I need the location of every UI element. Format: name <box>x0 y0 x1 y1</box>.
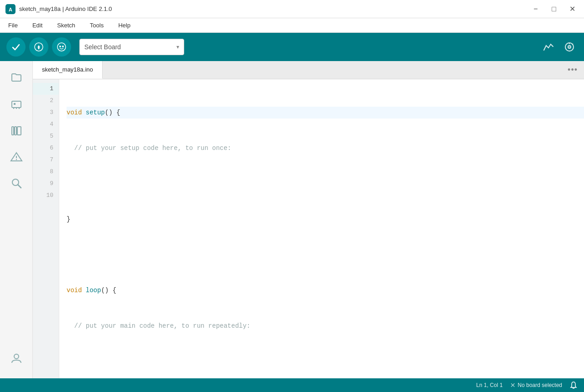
toolbar: Select Board ▾ <box>0 33 584 61</box>
sidebar-item-user[interactable] <box>5 346 28 370</box>
debugger-button[interactable] <box>52 37 71 57</box>
serial-plotter-button[interactable] <box>540 39 557 55</box>
plotter-icon <box>543 41 554 53</box>
main-area: sketch_may18a.ino ••• 1 2 3 4 5 6 7 8 9 … <box>0 61 584 378</box>
line-number-8: 8 <box>33 166 59 178</box>
svg-rect-13 <box>12 101 21 108</box>
menu-item-help[interactable]: Help <box>115 20 133 31</box>
toolbar-right <box>540 39 578 55</box>
svg-rect-18 <box>12 127 14 135</box>
svg-rect-17 <box>14 103 16 105</box>
title-bar: A sketch_may18a | Arduino IDE 2.1.0 − □ … <box>0 0 584 18</box>
code-content[interactable]: void setup() { // put your setup code he… <box>59 79 584 378</box>
code-line-2: // put your setup code here, to run once… <box>67 142 584 154</box>
line-number-7: 7 <box>33 154 59 166</box>
library-icon <box>10 124 23 137</box>
svg-line-25 <box>18 185 21 188</box>
code-line-7: // put your main code here, to run repea… <box>67 320 584 332</box>
board-selector-text: Select Board <box>84 43 176 51</box>
more-options-button[interactable]: ••• <box>561 65 584 75</box>
dropdown-arrow-icon: ▾ <box>176 44 179 50</box>
checkmark-icon <box>11 42 21 52</box>
sidebar-item-search[interactable] <box>5 171 28 195</box>
line-number-10: 10 <box>33 190 59 201</box>
sidebar-item-boards[interactable] <box>5 92 28 116</box>
folder-icon <box>10 71 23 84</box>
search-icon <box>10 177 23 190</box>
line-number-9: 9 <box>33 178 59 190</box>
close-button[interactable]: ✕ <box>566 3 579 15</box>
line-number-3: 3 <box>33 107 59 119</box>
menu-bar: FileEditSketchToolsHelp <box>0 18 584 33</box>
svg-marker-3 <box>37 45 40 47</box>
cursor-position: Ln 1, Col 1 <box>476 382 503 388</box>
sidebar-item-sketchbook[interactable] <box>5 66 28 89</box>
svg-text:A: A <box>9 7 12 12</box>
svg-point-7 <box>62 46 64 47</box>
sidebar <box>0 61 33 378</box>
tab-bar: sketch_may18a.ino ••• <box>33 61 584 79</box>
code-editor[interactable]: 1 2 3 4 5 6 7 8 9 10 void setup() { // p… <box>33 79 584 378</box>
line-numbers: 1 2 3 4 5 6 7 8 9 10 <box>33 79 59 378</box>
serial-monitor-button[interactable] <box>561 39 578 55</box>
debug-sidebar-icon <box>10 150 23 163</box>
x-icon: ✕ <box>510 382 516 389</box>
cursor-position-text: Ln 1, Col 1 <box>476 382 503 388</box>
svg-point-23 <box>16 159 16 160</box>
no-board-status: ✕ No board selected <box>510 382 562 389</box>
minimize-button[interactable]: − <box>529 3 542 15</box>
tab-label: sketch_may18a.ino <box>42 66 93 73</box>
code-line-1: void setup() { <box>67 107 584 119</box>
verify-button[interactable] <box>6 37 26 57</box>
arduino-logo-icon: A <box>5 4 16 14</box>
line-number-2: 2 <box>33 95 59 107</box>
line-number-1: 1 <box>33 83 59 95</box>
svg-point-10 <box>569 46 570 47</box>
bell-icon <box>569 381 578 389</box>
line-number-6: 6 <box>33 142 59 154</box>
monitor-icon <box>563 41 575 53</box>
status-bar: Ln 1, Col 1 ✕ No board selected <box>0 378 584 392</box>
notification-bell[interactable] <box>569 381 578 389</box>
code-line-5 <box>67 249 584 261</box>
code-line-4: } <box>67 213 584 225</box>
svg-point-6 <box>59 46 61 47</box>
board-icon <box>10 98 23 110</box>
line-number-4: 4 <box>33 119 59 130</box>
svg-rect-4 <box>38 47 40 49</box>
menu-item-edit[interactable]: Edit <box>30 20 45 31</box>
line-number-5: 5 <box>33 130 59 142</box>
svg-point-5 <box>57 43 66 51</box>
window-title: sketch_may18a | Arduino IDE 2.1.0 <box>19 5 112 12</box>
menu-item-file[interactable]: File <box>5 20 21 31</box>
upload-button[interactable] <box>29 37 48 57</box>
svg-rect-20 <box>17 127 21 135</box>
board-selector[interactable]: Select Board ▾ <box>79 39 184 55</box>
menu-item-tools[interactable]: Tools <box>87 20 106 31</box>
title-bar-left: A sketch_may18a | Arduino IDE 2.1.0 <box>5 4 112 14</box>
no-board-text: No board selected <box>518 382 562 388</box>
user-icon <box>10 352 23 365</box>
editor-area: sketch_may18a.ino ••• 1 2 3 4 5 6 7 8 9 … <box>33 61 584 378</box>
maximize-button[interactable]: □ <box>548 3 560 15</box>
title-bar-controls: − □ ✕ <box>529 3 579 15</box>
tab-sketch[interactable]: sketch_may18a.ino <box>33 61 103 79</box>
menu-item-sketch[interactable]: Sketch <box>54 20 78 31</box>
svg-rect-19 <box>15 127 16 135</box>
sidebar-item-debug[interactable] <box>5 145 28 169</box>
upload-arrow-icon <box>34 42 44 52</box>
code-line-8 <box>67 356 584 367</box>
sidebar-item-library[interactable] <box>5 119 28 142</box>
svg-point-26 <box>14 354 19 359</box>
debug-icon <box>57 42 67 52</box>
code-line-6: void loop() { <box>67 284 584 296</box>
code-line-3 <box>67 178 584 190</box>
